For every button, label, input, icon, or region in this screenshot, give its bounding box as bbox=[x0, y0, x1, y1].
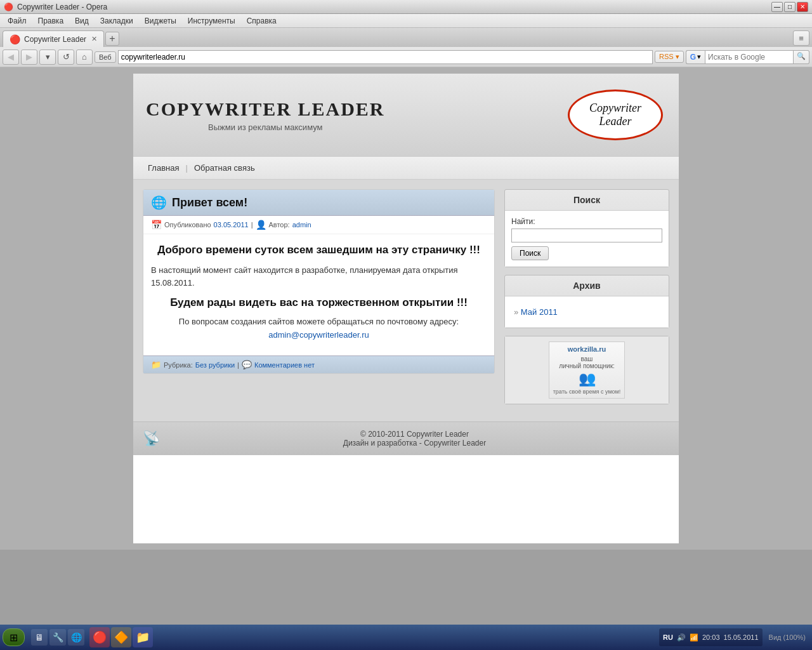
search-engine-button[interactable]: G ▾ bbox=[686, 50, 705, 64]
current-tab[interactable]: 🔴 Copywriter Leader ✕ bbox=[3, 30, 104, 47]
nav-home-link[interactable]: Главная bbox=[143, 162, 184, 174]
sidebar-ad-area: workzilla.ru вашличный помощник: 👥 трать… bbox=[505, 336, 669, 404]
menu-bookmarks[interactable]: Закладки bbox=[95, 15, 138, 27]
title-bar: 🔴 Copywriter Leader - Opera — □ ✕ bbox=[0, 0, 812, 14]
site-logo: Copywriter Leader bbox=[565, 86, 666, 143]
browser-icon: 🔴 bbox=[4, 3, 13, 11]
archive-widget: Архив Май 2011 bbox=[504, 275, 669, 328]
tab-bar: 🔴 Copywriter Leader ✕ + ≡ bbox=[0, 28, 812, 47]
sidebar: Поиск Найти: Поиск Архив Май 2011 bbox=[504, 189, 669, 412]
address-input[interactable] bbox=[118, 50, 653, 64]
menu-help[interactable]: Справка bbox=[242, 15, 282, 27]
menu-bar: Файл Правка Вид Закладки Виджеты Инструм… bbox=[0, 14, 812, 28]
search-field-label: Найти: bbox=[511, 217, 662, 226]
post-published-label: Опубликовано bbox=[164, 221, 211, 229]
post-comments-icon: 💬 bbox=[242, 360, 252, 369]
site-subtitle: Выжми из рекламы максимум bbox=[146, 123, 385, 132]
google-icon: G bbox=[690, 53, 696, 62]
search-widget-body: Найти: Поиск bbox=[505, 211, 669, 267]
search-widget: Поиск Найти: Поиск bbox=[504, 189, 669, 267]
post-category-icon: 📁 bbox=[151, 360, 161, 369]
post-cta: Будем рады видеть вас на торжественном о… bbox=[151, 296, 487, 309]
post-header: 🌐 Привет всем! bbox=[143, 190, 494, 216]
post-meta: 📅 Опубликовано 03.05.2011 | 👤 Автор: adm… bbox=[143, 216, 494, 234]
close-button[interactable]: ✕ bbox=[797, 2, 808, 12]
back-button[interactable]: ◀ bbox=[3, 50, 19, 65]
home-button[interactable]: ⌂ bbox=[76, 50, 93, 65]
post-footer: 📁 Рубрика: Без рубрики | 💬 Комментариев … bbox=[143, 355, 494, 373]
post-title: Привет всем! bbox=[172, 196, 247, 209]
browser-content: Copywriter Leader Выжми из рекламы макси… bbox=[0, 67, 812, 550]
site-navigation: Главная | Обратная связь bbox=[133, 156, 679, 180]
ad-slogan: трать своё время с умом! bbox=[553, 388, 621, 395]
ad-widget: workzilla.ru вашличный помощник: 👥 трать… bbox=[504, 336, 669, 404]
menu-widgets[interactable]: Виджеты bbox=[140, 15, 181, 27]
tab-close-button[interactable]: ✕ bbox=[91, 35, 97, 43]
window-title: Copywriter Leader - Opera bbox=[17, 3, 107, 11]
search-engine-dropdown-icon: ▾ bbox=[697, 53, 701, 61]
ad-tagline: вашличный помощник: bbox=[559, 355, 615, 369]
post-email-link[interactable]: admin@copywriterleader.ru bbox=[268, 330, 369, 340]
minimize-button[interactable]: — bbox=[771, 2, 783, 12]
ad-logo-text: workzilla.ru bbox=[568, 345, 606, 353]
post-date-link[interactable]: 03.05.2011 bbox=[214, 221, 249, 229]
post-author-link[interactable]: admin bbox=[292, 221, 311, 229]
footer-rss-icon[interactable]: 📡 bbox=[143, 430, 160, 447]
archive-widget-title: Архив bbox=[505, 275, 669, 296]
post-category-link[interactable]: Без рубрики bbox=[195, 361, 235, 369]
post-text: В настоящий момент сайт находится в разр… bbox=[151, 264, 487, 289]
sidebar-search-button[interactable]: Поиск bbox=[511, 246, 549, 260]
nav-bar: ◀ ▶ ▾ ↺ ⌂ Веб RSS ▾ G ▾ 🔍 bbox=[0, 47, 812, 67]
web-badge: Веб bbox=[95, 51, 116, 63]
post-body: Доброго времени суток всем зашедшим на э… bbox=[143, 234, 494, 355]
post-meta-calendar-icon: 📅 bbox=[151, 220, 162, 230]
archive-list: Май 2011 bbox=[511, 303, 662, 321]
site-title: Copywriter Leader bbox=[146, 98, 385, 120]
tab-settings-button[interactable]: ≡ bbox=[793, 30, 809, 46]
post-comments-link[interactable]: Комментариев нет bbox=[254, 361, 315, 369]
history-button[interactable]: ▾ bbox=[39, 50, 56, 65]
site-footer: 📡 © 2010-2011 Copywriter Leader Дизайн и… bbox=[133, 421, 679, 455]
ad-people-icon: 👥 bbox=[579, 371, 596, 387]
archive-link-may2011[interactable]: Май 2011 bbox=[514, 307, 558, 317]
search-widget-title: Поиск bbox=[505, 190, 669, 211]
nav-separator: | bbox=[185, 163, 187, 173]
menu-view[interactable]: Вид bbox=[70, 15, 94, 27]
reload-button[interactable]: ↺ bbox=[58, 50, 74, 65]
main-area: 🌐 Привет всем! 📅 Опубликовано 03.05.2011… bbox=[143, 189, 495, 412]
post: 🌐 Привет всем! 📅 Опубликовано 03.05.2011… bbox=[143, 189, 495, 374]
new-tab-button[interactable]: + bbox=[105, 32, 119, 46]
site-content: 🌐 Привет всем! 📅 Опубликовано 03.05.2011… bbox=[133, 180, 679, 421]
site-header: Copywriter Leader Выжми из рекламы макси… bbox=[133, 74, 679, 156]
site-title-area: Copywriter Leader Выжми из рекламы макси… bbox=[146, 98, 385, 132]
menu-edit[interactable]: Правка bbox=[33, 15, 69, 27]
footer-copyright: © 2010-2011 Copywriter Leader bbox=[160, 430, 669, 439]
window-controls: — □ ✕ bbox=[771, 2, 808, 12]
ad-image[interactable]: workzilla.ru вашличный помощник: 👥 трать… bbox=[549, 342, 625, 399]
sidebar-search-field[interactable] bbox=[511, 229, 662, 242]
menu-file[interactable]: Файл bbox=[3, 15, 32, 27]
footer-text: © 2010-2011 Copywriter Leader Дизайн и р… bbox=[160, 430, 669, 448]
post-contact-text: По вопросам создания сайтов можете обращ… bbox=[151, 317, 487, 326]
post-author-label: Автор: bbox=[269, 221, 290, 229]
tab-favicon: 🔴 bbox=[10, 34, 20, 44]
archive-list-item: Май 2011 bbox=[511, 305, 662, 319]
post-category-label: Рубрика: bbox=[164, 361, 193, 369]
archive-widget-body: Май 2011 bbox=[505, 296, 669, 328]
post-globe-icon: 🌐 bbox=[151, 195, 167, 210]
maximize-button[interactable]: □ bbox=[784, 2, 796, 12]
logo-text-line2: Leader bbox=[599, 115, 632, 128]
search-go-button[interactable]: 🔍 bbox=[794, 50, 809, 64]
rss-button[interactable]: RSS ▾ bbox=[655, 51, 684, 63]
menu-tools[interactable]: Инструменты bbox=[183, 15, 240, 27]
post-email: admin@copywriterleader.ru bbox=[151, 330, 487, 340]
logo-text-line1: Copywriter bbox=[589, 102, 641, 115]
search-bar: G ▾ 🔍 bbox=[686, 50, 809, 64]
nav-contact-link[interactable]: Обратная связь bbox=[189, 162, 260, 174]
forward-button[interactable]: ▶ bbox=[21, 50, 37, 65]
website: Copywriter Leader Выжми из рекламы макси… bbox=[133, 74, 679, 543]
logo-oval: Copywriter Leader bbox=[568, 90, 663, 140]
search-input[interactable] bbox=[705, 50, 794, 64]
address-bar-area: Веб RSS ▾ bbox=[95, 50, 684, 64]
post-author-icon: 👤 bbox=[256, 220, 266, 230]
